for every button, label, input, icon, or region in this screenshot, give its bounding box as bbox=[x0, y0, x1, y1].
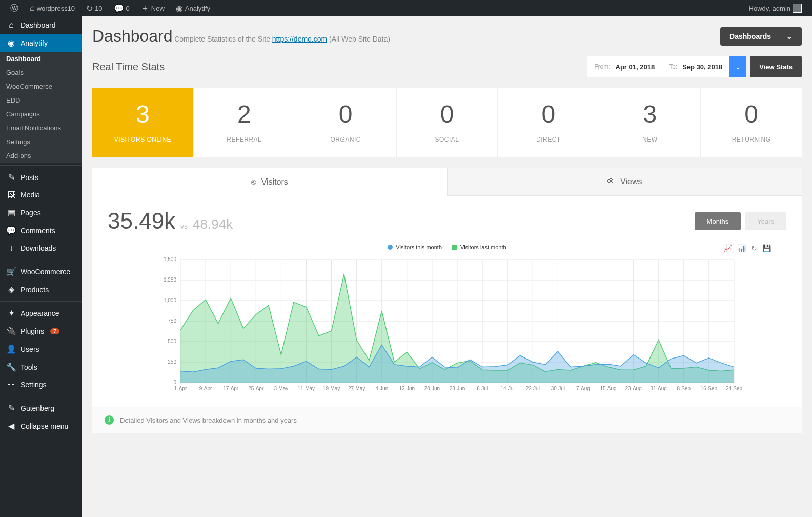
sidebar-item-media[interactable]: 🖼Media bbox=[0, 186, 82, 204]
main-content: Dashboard Complete Statistics of the Sit… bbox=[82, 16, 812, 517]
submenu-settings[interactable]: Settings bbox=[0, 135, 82, 149]
svg-text:31-Aug: 31-Aug bbox=[651, 386, 667, 391]
sidebar-item-settings[interactable]: ⛭Settings bbox=[0, 376, 82, 393]
sidebar-item-products[interactable]: ◈Products bbox=[0, 281, 82, 299]
stat-card-returning[interactable]: 0RETURNING bbox=[701, 88, 802, 157]
save-icon[interactable]: 💾 bbox=[762, 244, 771, 252]
sidebar-item-collapse-menu[interactable]: ◀Collapse menu bbox=[0, 417, 82, 435]
from-date[interactable]: Apr 01, 2018 bbox=[616, 63, 655, 71]
submenu-goals[interactable]: Goals bbox=[0, 66, 82, 79]
info-icon: i bbox=[105, 415, 114, 425]
admin-sidebar: ⌂Dashboard◉Analytify DashboardGoalsWooCo… bbox=[0, 16, 82, 517]
sidebar-item-gutenberg[interactable]: ✎Gutenberg bbox=[0, 399, 82, 417]
submenu-edd[interactable]: EDD bbox=[0, 93, 82, 107]
to-date[interactable]: Sep 30, 2018 bbox=[682, 63, 722, 71]
legend-this-month[interactable]: Visitors this month bbox=[388, 244, 442, 250]
user-greeting[interactable]: Howdy, admin bbox=[745, 0, 806, 16]
stat-card-social[interactable]: 0SOCIAL bbox=[397, 88, 498, 157]
svg-text:9-Apr: 9-Apr bbox=[199, 386, 212, 391]
sidebar-item-comments[interactable]: 💬Comments bbox=[0, 222, 82, 240]
stat-card-visitors-online[interactable]: 3VISITORS ONLINE bbox=[92, 88, 194, 157]
sidebar-item-dashboard[interactable]: ⌂Dashboard bbox=[0, 16, 82, 34]
svg-text:25-Apr: 25-Apr bbox=[248, 386, 264, 391]
svg-text:4-Jun: 4-Jun bbox=[375, 386, 388, 391]
svg-text:14-Jul: 14-Jul bbox=[501, 386, 515, 391]
submenu-campaigns[interactable]: Campaigns bbox=[0, 107, 82, 121]
new-content[interactable]: ＋New bbox=[137, 0, 169, 16]
svg-text:1,000: 1,000 bbox=[164, 297, 176, 303]
svg-text:16-Sep: 16-Sep bbox=[701, 386, 718, 391]
sidebar-item-woocommerce[interactable]: 🛒WooCommerce bbox=[0, 263, 82, 281]
svg-text:11-May: 11-May bbox=[298, 386, 315, 391]
updates-link[interactable]: ↻10 bbox=[82, 0, 106, 16]
svg-text:500: 500 bbox=[168, 339, 176, 344]
svg-text:8-Sep: 8-Sep bbox=[677, 386, 691, 391]
user-icon: ⎋ bbox=[251, 177, 256, 187]
eye-icon: 👁 bbox=[607, 177, 615, 186]
toggle-years[interactable]: Years bbox=[745, 212, 786, 230]
svg-text:1-Apr: 1-Apr bbox=[174, 386, 187, 391]
bar-chart-icon[interactable]: 📊 bbox=[737, 244, 746, 252]
sidebar-item-plugins[interactable]: 🔌Plugins7 bbox=[0, 322, 82, 340]
svg-text:28-Jun: 28-Jun bbox=[450, 386, 465, 391]
legend-last-month[interactable]: Visitors last month bbox=[452, 244, 506, 250]
sidebar-item-posts[interactable]: ✎Posts bbox=[0, 168, 82, 186]
summary-comparison: 48.94k bbox=[193, 216, 233, 232]
wp-logo[interactable]: ⓦ bbox=[6, 0, 23, 16]
svg-text:20-Jun: 20-Jun bbox=[424, 386, 440, 391]
submenu-woocommerce[interactable]: WooCommerce bbox=[0, 79, 82, 93]
svg-text:250: 250 bbox=[168, 359, 176, 365]
submenu-dashboard[interactable]: Dashboard bbox=[0, 52, 82, 66]
dashboards-dropdown[interactable]: Dashboards⌄ bbox=[720, 27, 802, 46]
admin-topbar: ⓦ ⌂wordpress10 ↻10 💬0 ＋New ◉Analytify Ho… bbox=[0, 0, 812, 16]
submenu-email-notifications[interactable]: Email Notifications bbox=[0, 121, 82, 135]
stat-cards: 3VISITORS ONLINE2REFERRAL0ORGANIC0SOCIAL… bbox=[92, 88, 802, 157]
site-url-link[interactable]: https://demo.com bbox=[272, 35, 327, 43]
tab-views[interactable]: 👁Views bbox=[447, 168, 802, 196]
sidebar-item-users[interactable]: 👤Users bbox=[0, 340, 82, 358]
sidebar-item-appearance[interactable]: ✦Appearance bbox=[0, 304, 82, 322]
stat-card-direct[interactable]: 0DIRECT bbox=[498, 88, 599, 157]
avatar bbox=[793, 4, 802, 13]
stat-card-new[interactable]: 3NEW bbox=[599, 88, 701, 157]
svg-text:23-Aug: 23-Aug bbox=[625, 386, 642, 391]
svg-text:3-May: 3-May bbox=[274, 386, 288, 391]
svg-text:19-May: 19-May bbox=[323, 386, 340, 391]
sidebar-item-pages[interactable]: ▤Pages bbox=[0, 204, 82, 222]
refresh-icon[interactable]: ↻ bbox=[751, 244, 757, 252]
chart-panel: ⎋Visitors 👁Views 35.49k vs 48.94k Months… bbox=[92, 168, 802, 433]
svg-text:27-May: 27-May bbox=[348, 386, 365, 391]
sidebar-item-downloads[interactable]: ↓Downloads bbox=[0, 240, 82, 257]
sidebar-item-analytify[interactable]: ◉Analytify bbox=[0, 34, 82, 52]
site-name[interactable]: ⌂wordpress10 bbox=[26, 0, 79, 16]
toggle-months[interactable]: Months bbox=[695, 212, 741, 230]
svg-text:0: 0 bbox=[173, 380, 176, 385]
date-range: From:Apr 01, 2018 To:Sep 30, 2018 ⌄ bbox=[587, 56, 746, 77]
analytify-link[interactable]: ◉Analytify bbox=[172, 0, 214, 16]
svg-text:1,500: 1,500 bbox=[164, 256, 176, 262]
svg-text:17-Apr: 17-Apr bbox=[223, 386, 239, 391]
comments-link[interactable]: 💬0 bbox=[110, 0, 134, 16]
svg-text:22-Jul: 22-Jul bbox=[526, 386, 540, 391]
svg-text:24-Sep: 24-Sep bbox=[726, 386, 743, 391]
line-chart-icon[interactable]: 📈 bbox=[723, 244, 732, 252]
visitors-chart: 02505007501,0001,2501,5001-Apr9-Apr17-Ap… bbox=[108, 254, 786, 393]
svg-text:30-Jul: 30-Jul bbox=[551, 386, 565, 391]
submenu-add-ons[interactable]: Add-ons bbox=[0, 149, 82, 163]
chart-footer: i Detailed Visitors and Views breakdown … bbox=[92, 407, 802, 433]
chevron-down-icon: ⌄ bbox=[735, 63, 741, 71]
tab-visitors[interactable]: ⎋Visitors bbox=[92, 168, 447, 196]
sidebar-item-tools[interactable]: 🔧Tools bbox=[0, 358, 82, 376]
stat-card-organic[interactable]: 0ORGANIC bbox=[295, 88, 397, 157]
view-stats-button[interactable]: View Stats bbox=[750, 56, 802, 77]
stat-card-referral[interactable]: 2REFERRAL bbox=[194, 88, 295, 157]
chevron-down-icon: ⌄ bbox=[786, 32, 793, 41]
svg-text:15-Aug: 15-Aug bbox=[600, 386, 616, 391]
svg-text:750: 750 bbox=[168, 318, 176, 324]
svg-text:6-Jul: 6-Jul bbox=[477, 386, 488, 391]
summary-main: 35.49k bbox=[108, 208, 175, 234]
date-toggle[interactable]: ⌄ bbox=[729, 56, 746, 77]
svg-text:1,250: 1,250 bbox=[164, 277, 176, 283]
page-title: Dashboard bbox=[92, 27, 173, 45]
realtime-heading: Real Time Stats bbox=[92, 61, 165, 73]
